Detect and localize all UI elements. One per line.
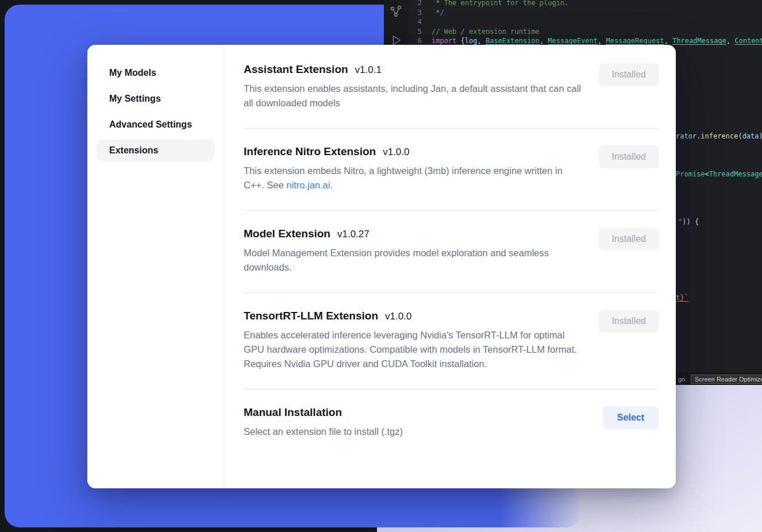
code-text: * The entrypoint for the plugin. bbox=[432, 0, 568, 8]
code-fragment: rator.inference(data)); bbox=[676, 132, 762, 140]
source-control-icon[interactable] bbox=[389, 5, 403, 20]
extension-version: v1.0.1 bbox=[355, 64, 382, 76]
extension-entry-assistant: Assistant Extension v1.0.1 This extensio… bbox=[244, 45, 659, 129]
extension-entry-nitro: Inference Nitro Extension v1.0.0 This ex… bbox=[244, 129, 659, 211]
settings-modal: My Models My Settings Advanced Settings … bbox=[87, 45, 676, 488]
extension-description: This extension embeds Nitro, a lightweig… bbox=[244, 164, 583, 192]
extension-entry-tensorrt-llm: TensortRT-LLM Extension v1.0.0 Enables a… bbox=[244, 293, 659, 390]
settings-sidebar: My Models My Settings Advanced Settings … bbox=[87, 45, 224, 488]
extension-version: v1.0.0 bbox=[383, 147, 409, 158]
extension-title: Model Extension bbox=[244, 228, 330, 240]
installed-button[interactable]: Installed bbox=[599, 228, 659, 250]
extension-title: Assistant Extension bbox=[244, 63, 348, 76]
extension-description: Enables accelerated inference leveraging… bbox=[244, 328, 583, 371]
line-number: 2 bbox=[410, 0, 422, 8]
line-number: 5 bbox=[410, 27, 422, 37]
select-file-button[interactable]: Select bbox=[603, 406, 659, 429]
extension-title: Inference Nitro Extension bbox=[244, 145, 376, 158]
line-number: 4 bbox=[410, 17, 422, 27]
code-line: 2 * The entrypoint for the plugin. bbox=[410, 0, 762, 8]
code-fragment: t}` bbox=[676, 294, 688, 302]
sidebar-item-extensions[interactable]: Extensions bbox=[97, 140, 214, 161]
sidebar-item-my-models[interactable]: My Models bbox=[97, 62, 214, 84]
extension-description: This extension enables assistants, inclu… bbox=[244, 82, 583, 110]
installed-button[interactable]: Installed bbox=[599, 63, 659, 86]
code-line: 5 // Web / extension runtime bbox=[410, 27, 762, 37]
installed-button[interactable]: Installed bbox=[599, 145, 659, 168]
line-number: 3 bbox=[410, 8, 422, 18]
extensions-list: Assistant Extension v1.0.1 This extensio… bbox=[224, 45, 676, 488]
desktop: 2 * The entrypoint for the plugin. 3 */ … bbox=[0, 0, 762, 532]
extension-entry-model: Model Extension v1.0.27 Model Management… bbox=[244, 211, 659, 293]
sidebar-item-advanced-settings[interactable]: Advanced Settings bbox=[97, 114, 214, 136]
code-line: 3 */ bbox=[410, 8, 762, 18]
manual-installation-description: Select an extension file to install (.tg… bbox=[244, 425, 583, 439]
extension-version: v1.0.0 bbox=[385, 311, 411, 322]
installed-button[interactable]: Installed bbox=[599, 310, 659, 333]
code-fragment: Promise<ThreadMessage> bbox=[676, 170, 762, 178]
nitro-jan-ai-link[interactable]: nitro.jan.ai bbox=[286, 180, 330, 190]
status-bar-text: go bbox=[678, 376, 685, 383]
code-area: 2 * The entrypoint for the plugin. 3 */ … bbox=[410, 0, 762, 46]
code-line: 4 bbox=[410, 17, 762, 27]
sidebar-item-my-settings[interactable]: My Settings bbox=[97, 88, 214, 110]
manual-installation-title: Manual Installation bbox=[244, 406, 342, 419]
code-text: */ bbox=[432, 8, 444, 18]
code-text: // Web / extension runtime bbox=[432, 27, 540, 37]
extension-version: v1.0.27 bbox=[337, 229, 370, 240]
extension-title: TensortRT-LLM Extension bbox=[244, 310, 378, 322]
code-fragment: ")) { bbox=[678, 218, 699, 226]
extension-description: Model Management Extension provides mode… bbox=[244, 246, 583, 275]
manual-installation-entry: Manual Installation Select an extension … bbox=[244, 390, 659, 454]
screen-reader-optimized-badge[interactable]: Screen Reader Optimized bbox=[691, 375, 762, 384]
